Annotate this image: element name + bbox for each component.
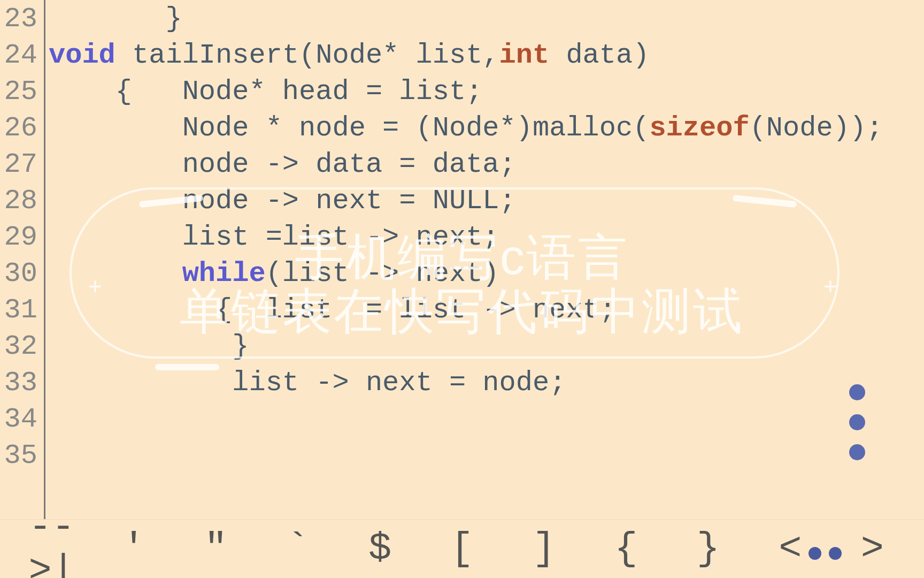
keyword: while bbox=[182, 258, 266, 290]
keyword: sizeof bbox=[649, 112, 749, 144]
single-quote-key[interactable]: ' bbox=[93, 527, 174, 571]
double-quote-key[interactable]: " bbox=[175, 527, 257, 571]
open-bracket-key[interactable]: [ bbox=[421, 527, 503, 571]
line-number: 30 bbox=[0, 256, 44, 292]
code-text: (Node)); bbox=[750, 112, 883, 144]
tab-key[interactable]: -->| bbox=[11, 505, 93, 579]
close-brace-key[interactable]: } bbox=[667, 527, 749, 571]
dot-icon bbox=[849, 414, 865, 430]
dot-icon bbox=[849, 384, 865, 400]
code-area[interactable]: 23 24 25 26 27 28 29 30 31 32 33 34 35 }… bbox=[0, 0, 924, 519]
line-number: 23 bbox=[0, 1, 44, 37]
line-number: 32 bbox=[0, 329, 44, 365]
plus-icon: + bbox=[823, 273, 837, 300]
mascot-icon bbox=[806, 547, 844, 574]
line-number: 27 bbox=[0, 147, 44, 183]
code-line[interactable]: while(list -> next) bbox=[49, 256, 924, 292]
line-number: 31 bbox=[0, 292, 44, 329]
keyword: void bbox=[49, 40, 116, 71]
line-number: 35 bbox=[0, 438, 44, 474]
more-menu-icon[interactable] bbox=[849, 384, 865, 460]
code-editor: 23 24 25 26 27 28 29 30 31 32 33 34 35 }… bbox=[0, 0, 924, 578]
code-text: data) bbox=[549, 40, 649, 71]
line-number: 25 bbox=[0, 74, 44, 110]
code-line[interactable]: list -> next = node; bbox=[49, 365, 924, 401]
line-number: 28 bbox=[0, 183, 44, 219]
close-bracket-key[interactable]: ] bbox=[503, 527, 585, 571]
code-content[interactable]: } void tailInsert(Node* list,int data) {… bbox=[45, 0, 924, 519]
code-line[interactable]: } bbox=[49, 329, 924, 365]
backtick-key[interactable]: ` bbox=[257, 527, 338, 571]
eye-icon bbox=[829, 547, 842, 560]
dollar-key[interactable]: $ bbox=[339, 527, 421, 571]
code-text: tailInsert(Node* list, bbox=[116, 40, 499, 71]
line-number: 26 bbox=[0, 110, 44, 147]
keyword: int bbox=[499, 40, 550, 71]
symbol-toolbar: -->| ' " ` $ [ ] { } < > bbox=[0, 519, 924, 578]
code-line[interactable]: node -> data = data; bbox=[49, 147, 924, 183]
dot-icon bbox=[849, 444, 865, 460]
code-line[interactable]: { Node* head = list; bbox=[49, 74, 924, 110]
plus-icon: + bbox=[88, 273, 102, 300]
eye-icon bbox=[808, 547, 821, 560]
line-number: 24 bbox=[0, 37, 44, 74]
line-number: 34 bbox=[0, 401, 44, 438]
code-text bbox=[49, 258, 182, 290]
code-text: Node * node = (Node*)malloc( bbox=[49, 112, 649, 144]
code-text: (list -> next) bbox=[266, 258, 499, 290]
line-number: 29 bbox=[0, 219, 44, 256]
open-brace-key[interactable]: { bbox=[585, 527, 667, 571]
code-line[interactable]: void tailInsert(Node* list,int data) bbox=[49, 37, 924, 74]
code-line[interactable]: { list = list -> next; bbox=[49, 292, 924, 329]
line-number: 33 bbox=[0, 365, 44, 401]
overlay-decoration bbox=[155, 364, 219, 370]
line-number-gutter: 23 24 25 26 27 28 29 30 31 32 33 34 35 bbox=[0, 0, 45, 519]
code-line[interactable]: list =list -> next; bbox=[49, 219, 924, 256]
code-line[interactable]: } bbox=[49, 1, 924, 37]
code-line[interactable]: Node * node = (Node*)malloc(sizeof(Node)… bbox=[49, 110, 924, 147]
